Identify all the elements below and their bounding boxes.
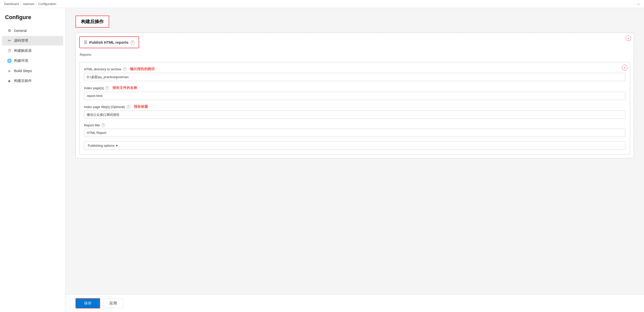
- field-index-pages-annotation: 报告文件的名称: [112, 86, 137, 90]
- field-index-pages-label-row: Index page[s] ? 报告文件的名称: [84, 86, 625, 90]
- sidebar: Configure ⚙ General ✂ 源码管理 ⏱ 构建触发器 🌐 构建环…: [0, 8, 65, 312]
- globe-icon: 🌐: [7, 59, 12, 63]
- window-controls: —: [637, 2, 640, 6]
- field-html-dir-help[interactable]: ?: [123, 67, 127, 71]
- form-section-close-button[interactable]: ×: [622, 65, 627, 70]
- field-html-dir: HTML directory to archive ? 输出报告的路径: [84, 67, 625, 81]
- sidebar-label-post-build: 构建后操作: [14, 79, 32, 83]
- close-icon: ×: [627, 36, 629, 40]
- sidebar-item-post-build[interactable]: ◈ 构建后操作: [2, 76, 63, 86]
- sidebar-item-build-env[interactable]: 🌐 构建环境: [2, 56, 63, 66]
- apply-button[interactable]: 应用: [103, 298, 123, 308]
- section-header: 构建后操作: [75, 16, 109, 28]
- section-title: 构建后操作: [81, 19, 104, 24]
- field-index-pages-help[interactable]: ?: [105, 86, 109, 90]
- steps-icon: ≡: [7, 69, 12, 73]
- save-button[interactable]: 保存: [75, 298, 100, 308]
- field-html-dir-label: HTML directory to archive: [84, 67, 121, 71]
- sidebar-label-build-triggers: 构建触发器: [14, 48, 32, 53]
- post-build-icon: ◈: [7, 79, 12, 83]
- plugin-help-button[interactable]: ?: [131, 40, 135, 44]
- plugin-container: ☰ Publish HTML reports ? × Reports ×: [75, 33, 634, 158]
- publishing-options-label: Publishing options: [88, 144, 114, 147]
- chevron-down-icon: ▾: [116, 144, 118, 147]
- form-section: × HTML directory to archive ? 输出报告的路径 In…: [79, 62, 630, 154]
- sidebar-label-build-env: 构建环境: [14, 59, 28, 63]
- breadcrumb-configuration: Configuration: [38, 2, 56, 6]
- reports-label: Reports: [76, 52, 634, 60]
- form-close-icon: ×: [624, 66, 626, 70]
- plugin-title: Publish HTML reports: [89, 40, 129, 44]
- gear-icon: ⚙: [7, 28, 12, 33]
- sidebar-item-source-control[interactable]: ✂ 源码管理: [2, 36, 63, 45]
- breadcrumb-sep-2: ›: [36, 2, 37, 6]
- field-index-title-label: Index page title[s] (Optional): [84, 105, 125, 109]
- field-index-title-label-row: Index page title[s] (Optional) ? 报告标题: [84, 105, 625, 109]
- sidebar-label-build-steps: Build Steps: [14, 69, 32, 73]
- field-html-dir-input[interactable]: [84, 73, 625, 81]
- breadcrumb-newman: newman: [23, 2, 34, 6]
- field-index-pages: Index page[s] ? 报告文件的名称: [84, 86, 625, 100]
- plugin-header: ☰ Publish HTML reports ?: [79, 36, 139, 48]
- plugin-close-button[interactable]: ×: [626, 35, 631, 41]
- sidebar-item-general[interactable]: ⚙ General: [2, 26, 63, 35]
- main-layout: Configure ⚙ General ✂ 源码管理 ⏱ 构建触发器 🌐 构建环…: [0, 8, 644, 312]
- field-report-title-label: Report title: [84, 123, 100, 127]
- field-report-title-help[interactable]: ?: [101, 123, 105, 127]
- field-report-title-label-row: Report title ?: [84, 123, 625, 127]
- field-report-title: Report title ?: [84, 123, 625, 137]
- publishing-options-button[interactable]: Publishing options ▾: [84, 141, 625, 150]
- field-index-pages-input[interactable]: [84, 92, 625, 100]
- field-report-title-input[interactable]: [84, 129, 625, 137]
- sidebar-label-source-control: 源码管理: [14, 38, 28, 43]
- hamburger-icon: ☰: [84, 40, 87, 45]
- source-control-icon: ✂: [7, 38, 12, 43]
- top-bar: Dashboard › newman › Configuration —: [0, 0, 644, 8]
- breadcrumb-dashboard: Dashboard: [4, 2, 19, 6]
- sidebar-item-build-steps[interactable]: ≡ Build Steps: [2, 66, 63, 76]
- field-html-dir-annotation: 输出报告的路径: [130, 67, 155, 71]
- field-index-title-help[interactable]: ?: [127, 105, 130, 109]
- field-html-dir-label-row: HTML directory to archive ? 输出报告的路径: [84, 67, 625, 71]
- field-index-pages-label: Index page[s]: [84, 86, 104, 90]
- breadcrumb-sep-1: ›: [20, 2, 21, 6]
- sidebar-item-build-triggers[interactable]: ⏱ 构建触发器: [2, 46, 63, 56]
- clock-icon: ⏱: [7, 48, 12, 53]
- sidebar-label-general: General: [14, 29, 27, 33]
- breadcrumb: Dashboard › newman › Configuration: [4, 2, 56, 6]
- content-area: 构建后操作 ☰ Publish HTML reports ? × Reports: [65, 8, 644, 312]
- sidebar-title: Configure: [0, 14, 65, 26]
- field-index-title: Index page title[s] (Optional) ? 报告标题: [84, 105, 625, 119]
- bottom-bar: 保存 应用: [65, 294, 644, 312]
- field-index-title-annotation: 报告标题: [134, 105, 148, 109]
- field-index-title-input[interactable]: [84, 111, 625, 119]
